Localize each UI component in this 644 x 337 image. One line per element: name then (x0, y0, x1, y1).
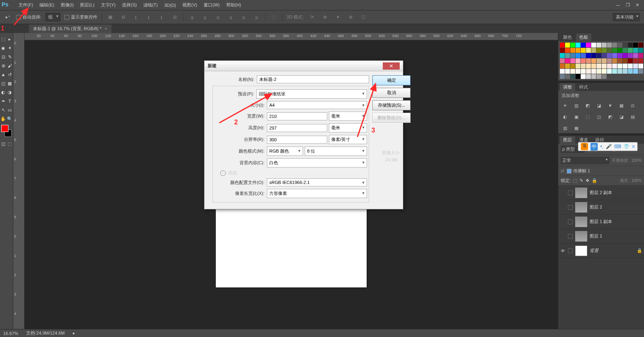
swatch[interactable] (570, 69, 575, 74)
swatch[interactable] (570, 48, 575, 53)
layer-checkbox[interactable] (568, 205, 573, 210)
type-tool[interactable]: T (6, 97, 13, 105)
tab-swatches[interactable]: 色板 (576, 33, 591, 41)
adj-icon[interactable]: ▥ (573, 102, 580, 109)
swatch[interactable] (597, 53, 601, 58)
adj-icon[interactable]: ☀ (561, 102, 569, 109)
menu-type[interactable]: 文字(Y) (98, 0, 119, 10)
auto-select-checkbox[interactable]: 自动选择: (16, 14, 41, 20)
adj-icon[interactable]: ▣ (573, 113, 580, 120)
distribute-icon[interactable]: ⫼ (239, 13, 248, 22)
swatch[interactable] (607, 69, 612, 74)
bg-select[interactable]: 白色 (267, 158, 367, 167)
width-unit[interactable]: 毫米 (329, 112, 367, 121)
adj-icon[interactable]: ▦ (573, 124, 580, 132)
swatch[interactable] (586, 43, 591, 48)
swatch[interactable] (633, 58, 638, 63)
dialog-close-button[interactable]: ✕ (383, 62, 400, 70)
lock-icon[interactable]: ✥ (586, 178, 589, 183)
swatch[interactable] (597, 43, 601, 48)
align-icon[interactable]: ⊟ (119, 13, 128, 22)
layer-row[interactable]: 👁 背景 🔒 (558, 244, 644, 258)
doc-size[interactable]: 文档:24.9M/124.6M (26, 330, 64, 336)
height-input[interactable] (267, 124, 327, 132)
auto-align-icon[interactable]: ⬚ (269, 13, 278, 22)
menu-window[interactable]: 窗口(W) (200, 0, 223, 10)
tab-layers[interactable]: 图层 (560, 136, 575, 144)
layer-row[interactable]: 图层 2 (558, 200, 644, 215)
show-transform-checkbox[interactable]: 显示变换控件 (64, 14, 97, 20)
swatch[interactable] (617, 64, 622, 68)
gradient-tool[interactable]: ▦ (6, 79, 13, 88)
swatch[interactable] (633, 48, 638, 53)
swatch[interactable] (591, 58, 596, 63)
crop-tool[interactable]: ⊡ (0, 52, 6, 61)
swatch[interactable] (628, 53, 633, 58)
swatch[interactable] (612, 43, 617, 48)
swatch[interactable] (581, 58, 586, 63)
adj-icon[interactable]: ⚖ (629, 102, 636, 109)
adj-icon[interactable]: ◫ (595, 113, 603, 120)
color-mode-select[interactable]: RGB 颜色 (267, 147, 303, 156)
swatch[interactable] (612, 58, 617, 63)
ime-mic-icon[interactable]: 🎤 (606, 144, 612, 149)
swatch[interactable] (628, 58, 633, 63)
swatch[interactable] (560, 48, 565, 53)
layer-thumbnail[interactable] (575, 188, 587, 198)
3d-icon[interactable]: ⊛ (346, 13, 355, 22)
distribute-icon[interactable]: ⫼ (252, 13, 261, 22)
swatch[interactable] (560, 74, 565, 79)
menu-layer[interactable]: 图层(L) (77, 0, 97, 10)
swatch[interactable] (612, 53, 617, 58)
swatch[interactable] (565, 64, 570, 68)
dialog-titlebar[interactable]: 新建 ✕ (204, 61, 403, 71)
lasso-tool[interactable]: ◉ (0, 43, 6, 52)
layer-thumbnail[interactable] (575, 202, 587, 213)
swatch[interactable] (565, 53, 570, 58)
shape-tool[interactable]: ▭ (6, 105, 13, 114)
stamp-tool[interactable]: ▲ (0, 70, 6, 79)
menu-file[interactable]: 文件(F) (15, 0, 36, 10)
opacity-value[interactable]: 100% (631, 158, 642, 163)
swatch[interactable] (581, 69, 586, 74)
swatch[interactable] (602, 74, 607, 79)
swatch[interactable] (591, 48, 596, 53)
distribute-icon[interactable]: ⫼ (226, 13, 235, 22)
layer-name[interactable]: 背景 (590, 248, 634, 254)
brush-tool[interactable]: 🖌 (6, 61, 13, 70)
menu-help[interactable]: 帮助(H) (223, 0, 244, 10)
swatch[interactable] (597, 64, 601, 68)
layer-row[interactable]: 图层 2 副本 (558, 186, 644, 200)
swatch[interactable] (602, 48, 607, 53)
swatch[interactable] (591, 43, 596, 48)
layer-row[interactable]: 图层 1 副本 (558, 215, 644, 229)
adj-icon[interactable]: ▤ (629, 113, 636, 120)
swatch[interactable] (602, 69, 607, 74)
marquee-tool[interactable]: ⬚ (0, 35, 6, 43)
menu-view[interactable]: 视图(V) (179, 0, 200, 10)
swatch[interactable] (602, 58, 607, 63)
adj-icon[interactable]: ▦ (618, 102, 625, 109)
distribute-icon[interactable]: ⫼ (188, 13, 196, 22)
tab-adjustments[interactable]: 调整 (560, 83, 575, 91)
height-unit[interactable]: 毫米 (329, 123, 367, 132)
3d-icon[interactable]: ⟳ (308, 13, 316, 22)
swatch[interactable] (602, 53, 607, 58)
width-input[interactable] (267, 112, 327, 120)
swatch[interactable] (570, 53, 575, 58)
swatch[interactable] (560, 58, 565, 63)
swatch[interactable] (617, 69, 622, 74)
menu-edit[interactable]: 编辑(E) (36, 0, 58, 10)
swatch[interactable] (581, 74, 586, 79)
swatch[interactable] (612, 64, 617, 68)
swatch[interactable] (638, 48, 643, 53)
swatch[interactable] (597, 69, 601, 74)
heal-tool[interactable]: ⊛ (0, 61, 6, 70)
align-icon[interactable]: ⫿ (157, 13, 166, 22)
swatch[interactable] (633, 69, 638, 74)
layer-checkbox[interactable] (568, 190, 573, 195)
bit-depth-select[interactable]: 8 位 (305, 147, 367, 156)
swatch[interactable] (623, 48, 627, 53)
align-icon[interactable]: ⫿ (144, 13, 153, 22)
screen-mode-tool[interactable]: ⬚ (6, 139, 13, 148)
